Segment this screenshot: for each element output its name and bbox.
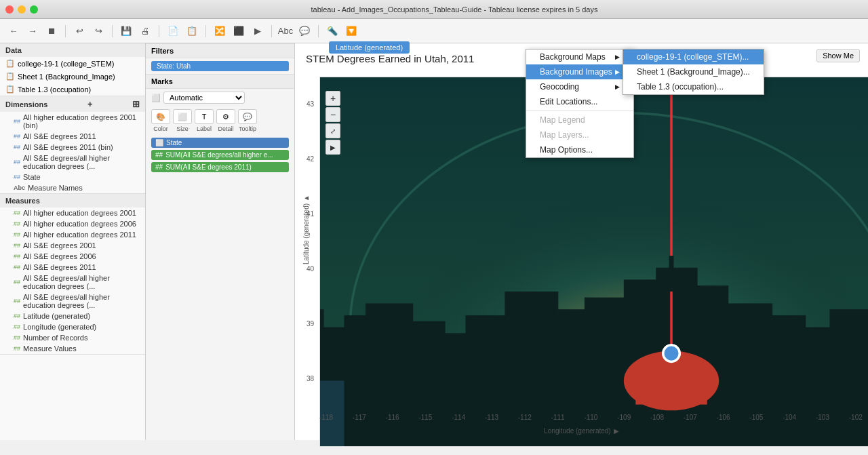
menu-map-options[interactable]: Map Options... xyxy=(526,142,633,157)
tooltip-button[interactable]: 💬 xyxy=(296,23,313,39)
print-button[interactable]: 🖨 xyxy=(137,23,153,39)
submenu-arrow-icon: ▶ xyxy=(615,68,620,75)
filter-button[interactable]: 🔽 xyxy=(343,23,359,39)
data-section: Data 📋 college-19-1 (college_STEM) 📋 She… xyxy=(0,43,145,96)
size-control[interactable]: ⬜ Size xyxy=(173,109,192,132)
measures-header[interactable]: Measures xyxy=(0,194,145,207)
measure-icon: ## xyxy=(14,334,20,341)
y-label-38: 38 xyxy=(307,375,314,382)
latitude-pill[interactable]: Latitude (generated) xyxy=(329,41,410,54)
measure-item-7[interactable]: ## All S&E degrees/all higher education … xyxy=(0,292,145,311)
detail-icon: ⚙ xyxy=(216,109,235,124)
dimension-icon: ## xyxy=(14,159,20,165)
x-label-8: -110 xyxy=(584,414,597,421)
measure-item-3[interactable]: ## All S&E degrees 2001 xyxy=(0,240,145,251)
x-label-15: -103 xyxy=(816,414,829,421)
marks-pill-sne-pct[interactable]: ## SUM(All S&E degrees/all higher e... xyxy=(151,150,289,160)
filter-pill-state[interactable]: State: Utah xyxy=(151,61,289,71)
show-me-button[interactable]: Show Me xyxy=(816,49,860,62)
x-label-3: -115 xyxy=(418,414,432,421)
measure-icon: ## xyxy=(14,220,20,227)
content-area: Show Me Latitude (generated) STEM Degree… xyxy=(295,43,868,440)
window-controls[interactable] xyxy=(5,5,38,14)
y-label-43: 43 xyxy=(307,100,314,108)
swap-button[interactable]: 🔀 xyxy=(212,23,228,39)
measure-item-2[interactable]: ## All higher education degrees 2011 xyxy=(0,229,145,240)
zoom-controls: + − ⤢ ▶ xyxy=(326,91,340,155)
dim-item-state[interactable]: ## State xyxy=(0,172,145,182)
highlight-button[interactable]: 🔦 xyxy=(324,23,340,39)
menu-background-maps[interactable]: Background Maps ▶ xyxy=(526,50,633,64)
dim-item-3[interactable]: ## All S&E degrees/all higher education … xyxy=(0,153,145,172)
window-title: tableau - Add_Images_Occupations_Tableau… xyxy=(46,5,863,14)
label-control[interactable]: T Label xyxy=(195,109,214,132)
dimensions-section: Dimensions + ⊞ ## All higher education d… xyxy=(0,96,145,194)
marks-pill-sne-2011[interactable]: ## SUM(All S&E degrees 2011) xyxy=(151,162,289,172)
submenu-arrow-icon: ▶ xyxy=(615,54,620,60)
measure-item-records[interactable]: ## Number of Records xyxy=(0,332,145,343)
dim-item-0[interactable]: ## All higher education degrees 2001 (bi… xyxy=(0,112,145,131)
measure-item-lat[interactable]: ## Latitude (generated) xyxy=(0,311,145,321)
pill-icon: ## xyxy=(155,163,163,171)
back-button[interactable]: ← xyxy=(5,23,22,39)
marks-type-select[interactable]: Automatic Bar Line Circle Map xyxy=(163,92,245,104)
sheet-item-occupation[interactable]: 📋 Table 1.3 (occupation) xyxy=(0,83,145,96)
menu-background-images[interactable]: Background Images ▶ xyxy=(526,64,633,79)
data-section-header[interactable]: Data xyxy=(0,43,145,57)
measure-item-5[interactable]: ## All S&E degrees 2011 xyxy=(0,262,145,273)
menu-geocoding[interactable]: Geocoding ▶ xyxy=(526,79,633,94)
measure-item-lon[interactable]: ## Longitude (generated) xyxy=(0,321,145,332)
menu-edit-locations[interactable]: Edit Locations... xyxy=(526,94,633,109)
x-label-6: -112 xyxy=(518,414,532,421)
sheet-item-background[interactable]: 📋 Sheet 1 (Background_Image) xyxy=(0,70,145,83)
center-panel: Filters State: Utah Marks ⬜ Automatic Ba… xyxy=(146,43,295,440)
marks-controls: 🎨 Color ⬜ Size T Label ⚙ Detail 💬 To xyxy=(146,106,294,135)
arrow-icon: ▶ xyxy=(614,427,619,435)
zoom-out-button[interactable]: − xyxy=(326,107,340,122)
x-label-4: -114 xyxy=(452,414,465,421)
submenu-table13[interactable]: Table 1.3 (occupation)... xyxy=(623,79,764,94)
duplicate-button[interactable]: 📋 xyxy=(184,23,200,39)
x-label-1: -117 xyxy=(353,414,366,421)
labels-button[interactable]: Abc xyxy=(277,23,294,39)
submenu-college-stem[interactable]: college-19-1 (college_STEM)... xyxy=(623,50,764,64)
maximize-button[interactable] xyxy=(30,5,38,14)
dim-item-2[interactable]: ## All S&E degrees 2011 (bin) xyxy=(0,142,145,153)
measure-item-4[interactable]: ## All S&E degrees 2006 xyxy=(0,251,145,262)
zoom-arrow-button[interactable]: ▶ xyxy=(326,140,340,155)
close-button[interactable] xyxy=(5,5,14,14)
x-label-12: -106 xyxy=(717,414,730,421)
marks-pill-state[interactable]: ⬜ State xyxy=(151,138,289,148)
sheet-item-college[interactable]: 📋 college-19-1 (college_STEM) xyxy=(0,57,145,70)
measure-item-6[interactable]: ## All S&E degrees/all higher education … xyxy=(0,273,145,292)
undo-button[interactable]: ↩ xyxy=(71,23,87,39)
dimension-icon: ## xyxy=(14,118,20,125)
x-label-9: -109 xyxy=(617,414,631,421)
minimize-button[interactable] xyxy=(18,5,26,14)
color-control[interactable]: 🎨 Color xyxy=(151,109,170,132)
tooltip-control[interactable]: 💬 Tooltip xyxy=(238,109,257,132)
measure-icon: ## xyxy=(14,210,20,216)
redo-button[interactable]: ↪ xyxy=(90,23,106,39)
measure-item-values[interactable]: ## Measure Values xyxy=(0,343,145,354)
dimensions-header[interactable]: Dimensions + ⊞ xyxy=(0,96,145,112)
dim-item-measure-names[interactable]: Abc Measure Names xyxy=(0,182,145,193)
detail-control[interactable]: ⚙ Detail xyxy=(216,109,235,132)
svg-rect-30 xyxy=(635,380,707,404)
forward-button[interactable]: → xyxy=(24,23,41,39)
zoom-reset-button[interactable]: ⤢ xyxy=(326,123,340,138)
measure-item-1[interactable]: ## All higher education degrees 2006 xyxy=(0,218,145,229)
dim-item-1[interactable]: ## All S&E degrees 2011 xyxy=(0,131,145,142)
save-button[interactable]: 💾 xyxy=(118,23,134,39)
y-label-42: 42 xyxy=(307,155,314,163)
submenu-sheet1[interactable]: Sheet 1 (Background_Image)... xyxy=(623,64,764,79)
zoom-in-button[interactable]: + xyxy=(326,91,340,106)
expand-dimension-icon[interactable]: ⊞ xyxy=(132,99,140,109)
stop-button[interactable]: ⏹ xyxy=(43,23,60,39)
sort-button[interactable]: ⬛ xyxy=(231,23,247,39)
menu-map-layers: Map Layers... xyxy=(526,127,633,142)
add-dimension-icon[interactable]: + xyxy=(87,99,93,109)
measure-item-0[interactable]: ## All higher education degrees 2001 xyxy=(0,207,145,218)
fit-button[interactable]: ▶ xyxy=(250,23,266,39)
new-sheet-button[interactable]: 📄 xyxy=(165,23,181,39)
